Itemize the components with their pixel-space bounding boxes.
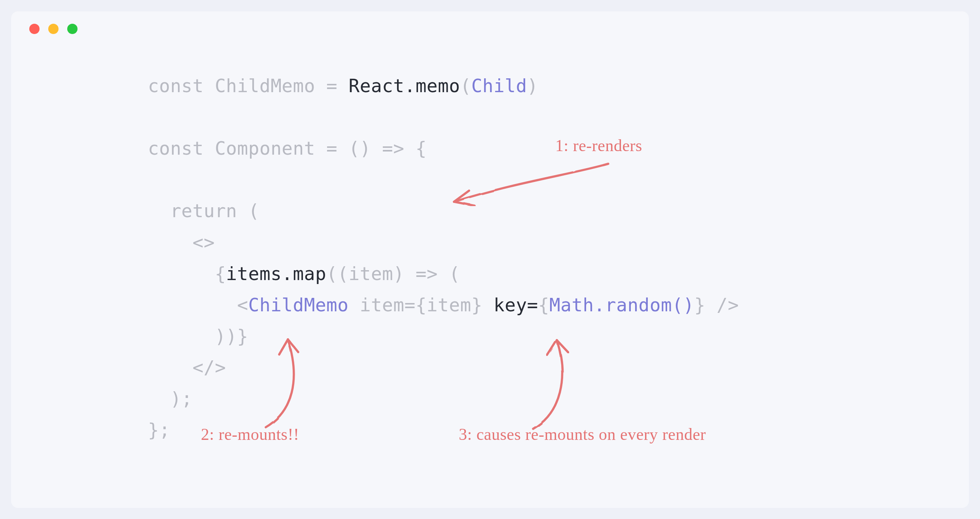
annotation-3-arrow-icon xyxy=(517,334,604,437)
code-line-6: <> xyxy=(148,232,215,253)
code-line-8: <ChildMemo item={item} key={Math.random(… xyxy=(148,294,739,316)
code-line-10: </> xyxy=(148,357,226,378)
code-window: const ChildMemo = React.memo(Child) cons… xyxy=(11,11,969,508)
code-line-12: }; xyxy=(148,419,170,441)
code-line-3: const Component = () => { xyxy=(148,138,427,159)
annotation-1-arrow-icon xyxy=(438,158,620,218)
code-block: const ChildMemo = React.memo(Child) cons… xyxy=(148,70,739,446)
code-line-9: ))} xyxy=(148,326,248,347)
code-line-5: return ( xyxy=(148,200,259,222)
traffic-light-close-icon xyxy=(29,24,40,34)
annotation-2-arrow-icon xyxy=(257,332,344,435)
traffic-light-minimize-icon xyxy=(48,24,59,34)
annotation-1-rerenders: 1: re-renders xyxy=(555,136,642,155)
code-line-1: const ChildMemo = React.memo(Child) xyxy=(148,75,538,97)
code-line-7: {items.map((item) => ( xyxy=(148,263,460,284)
traffic-light-zoom-icon xyxy=(67,24,78,34)
window-traffic-lights xyxy=(29,24,78,34)
code-line-11: ); xyxy=(148,388,193,409)
